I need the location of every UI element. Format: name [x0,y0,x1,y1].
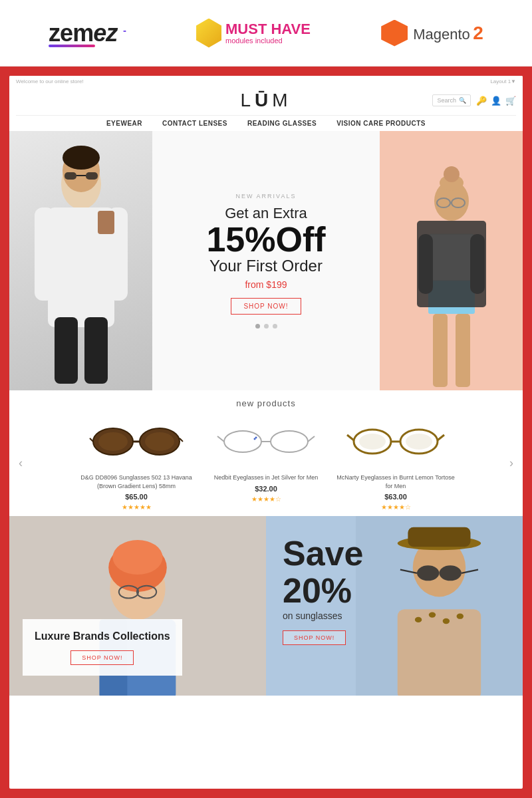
svg-line-37 [308,436,315,442]
svg-rect-2 [35,207,55,301]
promo-right-percent: 20% [283,571,363,610]
svg-point-33 [224,431,261,452]
hero-cta-button[interactable]: SHOP NOW! [231,298,301,315]
product-card: McNarty Eyeglasses in Burnt Lemon Tortos… [334,415,458,511]
zemes-logo: zemez •• [49,19,126,47]
must-have-subtitle: modules included [225,37,311,45]
svg-point-59 [429,612,436,618]
svg-rect-64 [408,527,471,547]
product-name: McNarty Eyeglasses in Burnt Lemon Tortos… [334,473,458,490]
topbar-layout[interactable]: Layout 1▼ [490,78,516,84]
svg-point-34 [271,431,308,452]
hero-section: NEW ARRIVALS Get an Extra 15%Off Your Fi… [9,131,523,390]
svg-point-7 [63,146,100,170]
carousel-prev-arrow[interactable]: ‹ [16,456,25,470]
new-products-title: new products [9,398,523,408]
promo-right-background [356,516,523,696]
store-logo-row: LŪM Search 🔍 🔑 👤 🛒 [16,86,516,115]
topbar-right: Layout 1▼ [490,78,516,84]
hero-dot-3[interactable] [273,324,277,329]
promo-section: Luxure Brands Collections SHOP NOW! [9,516,523,696]
store-icons: 🔑 👤 🛒 [476,96,516,106]
svg-point-18 [444,166,460,182]
magento-icon [381,20,408,47]
hero-dot-1[interactable] [255,324,260,329]
zemes-logo-wrapper: zemez •• [49,19,126,47]
nav-reading-glasses[interactable]: READING GLASSES [247,120,317,127]
products-grid: D&G DD8096 Sunglasses 502 13 Havana (Bro… [25,415,507,511]
hero-price: from $199 [206,279,325,290]
store-logo: LŪM [240,90,291,111]
nav-eyewear[interactable]: EYEWEAR [106,120,142,127]
search-icon[interactable]: 🔍 [459,97,466,104]
man-person [9,131,152,390]
carousel-next-arrow[interactable]: › [507,456,516,470]
svg-rect-5 [84,317,108,384]
svg-point-60 [443,618,450,624]
product-price: $32.00 [205,485,328,493]
topbar-welcome: Welcome to our online store! [16,78,84,84]
svg-rect-57 [398,609,481,696]
nav-contact-lenses[interactable]: CONTACT LENSES [162,120,227,127]
hero-title-2: 15%Off [206,222,325,257]
zemes-underline [49,45,95,47]
svg-point-45 [359,434,386,450]
product-stars: ★★★★☆ [205,495,328,503]
user-icon[interactable]: 👤 [491,96,501,106]
search-placeholder: Search [437,97,456,104]
store-topbar: Welcome to our online store! Layout 1▼ [16,78,516,86]
svg-rect-22 [433,314,448,387]
promo-right-sub-label: on sunglasses [283,610,363,621]
product-price: $65.00 [75,493,198,501]
promo-right-save-label: Save [283,536,363,571]
product-stars: ★★★★☆ [334,503,458,511]
store-nav: EYEWEAR CONTACT LENSES READING GLASSES V… [16,115,516,131]
product-name: D&G DD8096 Sunglasses 502 13 Havana (Bro… [75,473,198,490]
svg-point-58 [415,617,422,622]
hero-dot-2[interactable] [264,324,269,329]
store-window: Welcome to our online store! Layout 1▼ L… [9,76,523,789]
magento-version: 2 [473,23,483,43]
red-frame: Welcome to our online store! Layout 1▼ L… [0,66,532,798]
nav-vision-care[interactable]: VISION CARE PRODUCTS [336,120,426,127]
promo-left-title: Luxure Brands Collections [35,630,170,644]
hero-dots [206,324,325,329]
cart-icon[interactable]: 🛒 [505,96,516,106]
magento-label: Magento [413,26,470,43]
product-card: D&G DD8096 Sunglasses 502 13 Havana (Bro… [75,415,198,511]
tort-glasses-svg [346,422,446,462]
svg-rect-11 [98,211,114,234]
svg-rect-25 [428,221,475,307]
hero-right-image [380,131,523,390]
must-have-title: MUST HAVE [225,22,311,37]
product-image [75,415,198,468]
svg-point-61 [457,614,464,619]
svg-point-66 [440,566,462,581]
must-have-badge: MUST HAVE modules included [196,19,311,48]
promo-left-box: Luxure Brands Collections SHOP NOW! [23,619,182,676]
badge-bar: zemez •• MUST HAVE modules included Mage… [0,0,532,66]
woman-silhouette [398,138,505,390]
svg-point-65 [417,566,439,581]
product-price: $63.00 [334,493,458,501]
svg-line-43 [347,435,354,440]
promo-right-cta-button[interactable]: SHOP NOW! [283,630,346,645]
svg-rect-4 [55,317,78,384]
svg-rect-23 [456,314,470,387]
hero-center: NEW ARRIVALS Get an Extra 15%Off Your Fi… [193,193,338,329]
promo-left-cta-button[interactable]: SHOP NOW! [70,650,134,665]
svg-point-32 [145,432,174,451]
product-image [205,415,328,468]
store-search-row: Search 🔍 🔑 👤 🛒 [432,94,516,106]
svg-point-50 [112,540,162,575]
promo-right-banner: Save 20% on sunglasses SHOP NOW! [266,516,523,696]
dark-glasses-svg [86,422,186,462]
search-box[interactable]: Search 🔍 [432,94,471,106]
product-name: Nedbit Eyeglasses in Jet Silver for Men [205,473,328,482]
svg-point-46 [406,434,432,450]
promo-right-text: Save 20% on sunglasses SHOP NOW! [283,536,363,645]
product-card: Nedbit Eyeglasses in Jet Silver for Men … [205,415,328,511]
products-carousel: ‹ [9,415,523,511]
product-image [334,415,458,468]
key-icon[interactable]: 🔑 [476,96,487,106]
